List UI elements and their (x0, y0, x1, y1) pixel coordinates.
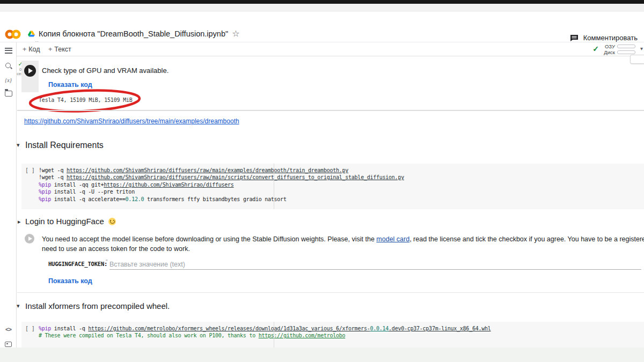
search-icon[interactable] (0, 62, 17, 70)
plus-icon: + (23, 46, 26, 53)
table-of-contents-icon[interactable] (0, 46, 17, 55)
plus-icon: + (48, 46, 52, 53)
code-line: %pip install -q -U --pre triton (39, 188, 404, 195)
window-top-edge (0, 0, 644, 4)
left-sidebar: {x} <> (0, 42, 17, 348)
hf-license-paragraph-line1: You need to accept the model license bef… (42, 235, 644, 243)
token-quote-mark: " (106, 259, 108, 265)
model-card-link[interactable]: model card (376, 235, 409, 243)
collapse-arrow-icon[interactable]: ▾ (17, 302, 20, 309)
collapse-arrow-icon[interactable]: ▾ (17, 142, 20, 149)
cell-prompt: [ ] (25, 326, 34, 331)
code-line: %pip install -q https://github.com/metro… (39, 325, 491, 332)
code-line: !wget -q https://github.com/ShivamShrira… (39, 174, 404, 181)
disk-label: Диск (604, 49, 615, 55)
code-editor[interactable]: !wget -q https://github.com/ShivamShrira… (39, 167, 404, 203)
huggingface-token-input[interactable] (109, 259, 641, 270)
comment-button[interactable]: Комментировать (570, 34, 638, 42)
code-line: !wget -q https://github.com/ShivamShrira… (39, 167, 404, 174)
runtime-connected-check-icon: ✓ (592, 45, 599, 53)
section-login-huggingface[interactable]: Login to HuggingFace (25, 217, 117, 226)
ram-usage-bar (617, 45, 635, 48)
variables-icon[interactable]: {x} (0, 77, 17, 83)
code-snippets-icon[interactable]: <> (0, 326, 17, 333)
code-line: %pip install -qq git+https://github.com/… (39, 181, 404, 188)
resource-monitor[interactable]: ОЗУ Диск (600, 43, 635, 55)
install-xformers-code-cell[interactable]: [ ] %pip install -q https://github.com/m… (21, 322, 644, 348)
code-editor[interactable]: %pip install -q https://github.com/metro… (39, 325, 491, 339)
colab-notebook-window: Копия блокнота "DreamBooth_Stable_Diffus… (0, 0, 644, 362)
section-install-requirements[interactable]: Install Requirements (25, 141, 104, 150)
files-icon[interactable] (0, 91, 17, 97)
install-requirements-code-cell[interactable]: [ ] !wget -q https://github.com/ShivamSh… (21, 164, 644, 209)
dreambooth-github-link[interactable]: https://github.com/ShivamShrirao/diffuse… (24, 117, 239, 125)
column-ruler (274, 164, 274, 209)
gpu-cell-output: Tesla T4, 15109 MiB, 15109 MiB (39, 97, 133, 103)
resources-dropdown-caret-icon[interactable]: ▾ (640, 46, 643, 51)
hugging-face-emoji (108, 218, 116, 225)
code-line: # These were compiled on Tesla T4, shoul… (39, 332, 491, 339)
code-line: %pip install -q accelerate==0.12.0 trans… (39, 196, 404, 203)
add-code-button[interactable]: +Код (23, 46, 40, 53)
collapse-arrow-icon[interactable]: ▸ (18, 218, 21, 225)
run-cell-button[interactable] (24, 65, 36, 77)
cell-prompt: [ ] (25, 167, 34, 173)
show-code-link[interactable]: Показать код (48, 277, 92, 285)
drive-icon (28, 31, 35, 37)
ram-label: ОЗУ (605, 43, 615, 49)
token-field-label: HUGGINGFACE_TOKEN: (48, 261, 107, 267)
notebook-title[interactable]: Копия блокнота "DreamBooth_Stable_Diffus… (39, 29, 228, 38)
cell-toolbar-fragment (630, 55, 644, 64)
section-install-xformers[interactable]: Install xformers from precompiled wheel. (25, 301, 170, 311)
run-cell-button-disabled[interactable] (25, 234, 34, 243)
add-text-button[interactable]: +Текст (48, 46, 71, 53)
gpu-cell-description: Check type of GPU and VRAM available. (42, 67, 169, 75)
notebook-toolbar: +Код +Текст ✓ ОЗУ Диск ▾ (0, 42, 644, 56)
cell-divider (17, 110, 644, 111)
bottom-background-band (0, 348, 644, 362)
star-icon[interactable]: ☆ (232, 29, 239, 38)
show-code-link[interactable]: Показать код (48, 81, 92, 88)
notebook-header: Копия блокнота "DreamBooth_Stable_Diffus… (0, 12, 644, 42)
terminal-icon[interactable] (0, 342, 17, 347)
comment-icon (570, 34, 579, 42)
browser-chrome-strip (0, 4, 644, 12)
column-ruler (274, 322, 274, 348)
colab-logo-icon[interactable] (5, 29, 21, 40)
disk-usage-bar (617, 50, 635, 54)
section-divider (17, 292, 644, 293)
hf-license-paragraph-line2: need to use an access token for the code… (42, 245, 190, 253)
